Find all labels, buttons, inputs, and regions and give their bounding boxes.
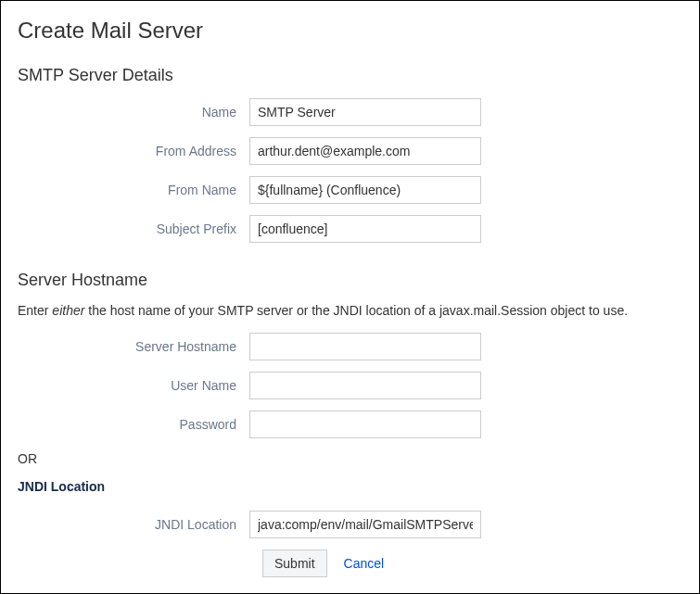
password-input[interactable] [249,411,481,438]
from-name-row: From Name [18,176,682,204]
server-hostname-row: Server Hostname [18,333,682,360]
subject-prefix-row: Subject Prefix [18,215,682,243]
server-hostname-heading: Server Hostname [18,271,682,290]
cancel-link[interactable]: Cancel [344,556,385,571]
from-address-label: From Address [18,144,249,158]
page-container: Create Mail Server SMTP Server Details N… [0,0,700,594]
page-title: Create Mail Server [18,18,682,44]
jndi-location-label: JNDI Location [18,517,249,532]
name-row: Name [18,98,682,126]
submit-button[interactable]: Submit [262,550,327,577]
server-hostname-label: Server Hostname [18,339,249,354]
from-address-row: From Address [18,137,682,165]
from-name-label: From Name [18,183,249,197]
jndi-location-input[interactable] [249,511,481,538]
jndi-location-row: JNDI Location [18,511,682,538]
name-label: Name [18,105,249,120]
instruction-post: the host name of your SMTP server or the… [84,303,628,318]
password-label: Password [18,417,249,432]
jndi-location-heading: JNDI Location [18,479,682,494]
hostname-instruction: Enter either the host name of your SMTP … [18,303,682,318]
user-name-input[interactable] [249,372,481,399]
button-row: Submit Cancel [262,550,682,577]
from-address-input[interactable] [249,137,481,165]
subject-prefix-label: Subject Prefix [18,221,249,236]
smtp-details-heading: SMTP Server Details [18,66,682,85]
user-name-label: User Name [18,378,249,393]
name-input[interactable] [249,98,481,126]
user-name-row: User Name [18,372,682,399]
subject-prefix-input[interactable] [249,215,481,243]
instruction-em: either [52,303,84,318]
from-name-input[interactable] [249,176,481,204]
or-separator: OR [18,451,682,466]
instruction-pre: Enter [18,303,52,318]
server-hostname-input[interactable] [249,333,481,360]
password-row: Password [18,411,682,438]
